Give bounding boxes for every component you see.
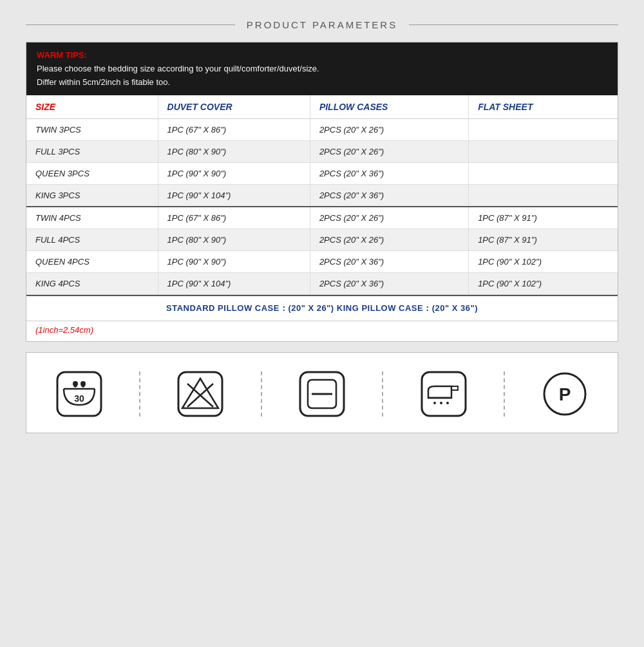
table-row: FULL 4PCS1PC (80" X 90")2PCS (20" X 26")…	[26, 229, 618, 251]
table-cell: KING 3PCS	[26, 185, 158, 207]
table-row: TWIN 3PCS1PC (67" X 86")2PCS (20" X 26")	[26, 119, 618, 141]
table-cell: 2PCS (20" X 36")	[310, 273, 468, 295]
table-cell: 1PC (87" X 91")	[469, 229, 618, 251]
divider-1	[139, 371, 140, 417]
table-cell: 2PCS (20" X 26")	[310, 119, 468, 141]
tumble-dry-icon	[296, 368, 348, 420]
col-size: SIZE	[26, 95, 158, 119]
table-cell: FULL 3PCS	[26, 141, 158, 163]
warm-tips-box: WARM TIPS: Please choose the bedding siz…	[26, 42, 618, 95]
table-cell: 1PC (67" X 86")	[158, 207, 310, 229]
size-table: SIZE DUVET COVER PILLOW CASES FLAT SHEET…	[26, 95, 618, 295]
table-cell: 1PC (67" X 86")	[158, 119, 310, 141]
svg-point-13	[446, 402, 449, 404]
table-cell: 2PCS (20" X 36")	[310, 185, 468, 207]
title-line-right	[409, 24, 618, 25]
table-head: SIZE DUVET COVER PILLOW CASES FLAT SHEET	[26, 95, 618, 119]
table-cell: QUEEN 4PCS	[26, 251, 158, 273]
col-duvet: DUVET COVER	[158, 95, 310, 119]
svg-text:30: 30	[74, 393, 84, 404]
table-cell: 1PC (90" X 104")	[158, 185, 310, 207]
divider-4	[504, 371, 505, 417]
page-wrapper: PRODUCT PARAMETERS WARM TIPS: Please cho…	[0, 0, 644, 647]
table-cell: KING 4PCS	[26, 273, 158, 295]
table-cell: 2PCS (20" X 26")	[310, 141, 468, 163]
dry-clean-p-icon: P	[539, 368, 591, 420]
table-cell: 1PC (90" X 102")	[469, 251, 618, 273]
col-flat: FLAT SHEET	[469, 95, 618, 119]
table-cell: QUEEN 3PCS	[26, 163, 158, 185]
warm-tips-line2: Differ within 5cm/2inch is fitable too.	[37, 77, 170, 87]
table-row: TWIN 4PCS1PC (67" X 86")2PCS (20" X 26")…	[26, 207, 618, 229]
divider-3	[382, 371, 383, 417]
pillow-info-row: STANDARD PILLOW CASE：(20" X 26") KING PI…	[26, 296, 618, 321]
no-bleach-icon	[175, 368, 226, 420]
table-cell: 1PC (90" X 90")	[158, 163, 310, 185]
table-row: QUEEN 3PCS1PC (90" X 90")2PCS (20" X 36"…	[26, 163, 618, 185]
table-cell: 1PC (90" X 102")	[469, 273, 618, 295]
table-cell	[469, 119, 618, 141]
iron-icon	[418, 368, 469, 420]
table-cell: TWIN 3PCS	[26, 119, 158, 141]
page-title: PRODUCT PARAMETERS	[235, 19, 409, 30]
table-header-row: SIZE DUVET COVER PILLOW CASES FLAT SHEET	[26, 95, 618, 119]
table-row: KING 3PCS1PC (90" X 104")2PCS (20" X 36"…	[26, 185, 618, 207]
table-row: KING 4PCS1PC (90" X 104")2PCS (20" X 36"…	[26, 273, 618, 295]
table-row: FULL 3PCS1PC (80" X 90")2PCS (20" X 26")	[26, 141, 618, 163]
table-cell: 1PC (90" X 104")	[158, 273, 310, 295]
svg-point-12	[440, 402, 442, 404]
table-body: TWIN 3PCS1PC (67" X 86")2PCS (20" X 26")…	[26, 119, 618, 295]
inch-note: (1inch=2.54cm)	[26, 321, 618, 341]
table-cell: 1PC (90" X 90")	[158, 251, 310, 273]
table-row: QUEEN 4PCS1PC (90" X 90")2PCS (20" X 36"…	[26, 251, 618, 273]
divider-2	[261, 371, 262, 417]
table-cell: FULL 4PCS	[26, 229, 158, 251]
table-cell: 1PC (87" X 91")	[469, 207, 618, 229]
table-cell	[469, 185, 618, 207]
title-row: PRODUCT PARAMETERS	[26, 19, 618, 30]
care-icons-section: 30	[26, 352, 618, 433]
table-cell: 2PCS (20" X 26")	[310, 207, 468, 229]
table-cell: 2PCS (20" X 26")	[310, 229, 468, 251]
svg-text:P: P	[559, 384, 571, 404]
table-cell	[469, 163, 618, 185]
table-cell: 2PCS (20" X 36")	[310, 251, 468, 273]
title-line-left	[26, 24, 235, 25]
warm-tips-line1: Please choose the bedding size according…	[37, 64, 319, 73]
svg-point-11	[433, 402, 436, 404]
table-cell: TWIN 4PCS	[26, 207, 158, 229]
wash-30-icon: 30	[53, 368, 105, 420]
table-cell	[469, 141, 618, 163]
table-cell: 1PC (80" X 90")	[158, 141, 310, 163]
col-pillow: PILLOW CASES	[310, 95, 468, 119]
table-cell: 1PC (80" X 90")	[158, 229, 310, 251]
table-cell: 2PCS (20" X 36")	[310, 163, 468, 185]
content-box: WARM TIPS: Please choose the bedding siz…	[26, 42, 618, 342]
warm-tips-label: WARM TIPS:	[37, 50, 87, 60]
